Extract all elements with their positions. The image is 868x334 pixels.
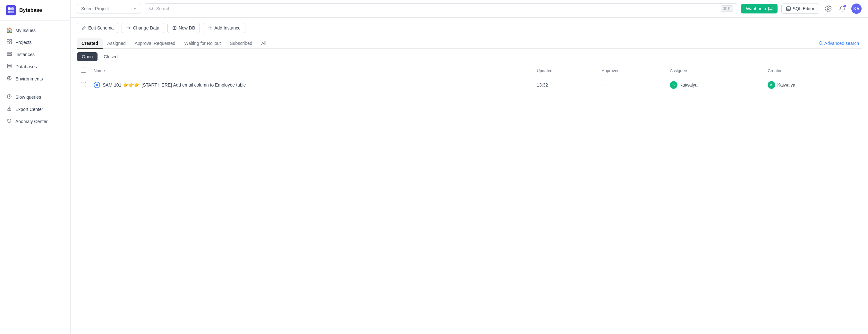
environments-icon bbox=[6, 76, 12, 82]
svg-rect-9 bbox=[7, 54, 11, 55]
issue-creator-cell: K Kaiwalya bbox=[764, 77, 862, 93]
subtab-closed[interactable]: Closed bbox=[99, 52, 123, 61]
header-checkbox-cell bbox=[77, 64, 90, 77]
creator-container: K Kaiwalya bbox=[768, 81, 858, 89]
tab-created-label: Created bbox=[82, 41, 98, 46]
add-instance-label: Add Instance bbox=[214, 25, 241, 30]
advanced-search-label: Advanced search bbox=[825, 41, 859, 46]
want-help-button[interactable]: Want help bbox=[741, 4, 778, 13]
topbar: Select Project Search ⌘ K Want help SQL … bbox=[70, 0, 868, 18]
nav-divider bbox=[6, 88, 64, 88]
databases-icon bbox=[6, 63, 12, 70]
sidebar-item-export-center[interactable]: Export Center bbox=[3, 104, 68, 115]
tab-waiting-for-rollout[interactable]: Waiting for Rollout bbox=[180, 38, 225, 49]
search-placeholder: Search bbox=[156, 6, 170, 11]
tab-approval-requested[interactable]: Approval Requested bbox=[130, 38, 180, 49]
edit-schema-button[interactable]: Edit Schema bbox=[77, 23, 118, 33]
subtab-open-label: Open bbox=[82, 54, 93, 59]
tab-waiting-label: Waiting for Rollout bbox=[184, 41, 221, 46]
issue-status-icon bbox=[94, 82, 100, 88]
edit-schema-icon bbox=[82, 26, 86, 30]
sidebar-item-databases[interactable]: Databases bbox=[3, 61, 68, 72]
tab-assigned-label: Assigned bbox=[107, 41, 126, 46]
svg-rect-7 bbox=[10, 42, 11, 44]
sidebar-item-label: My Issues bbox=[16, 28, 36, 33]
sidebar-item-slow-queries[interactable]: Slow queries bbox=[3, 91, 68, 103]
user-avatar[interactable]: KA bbox=[851, 3, 862, 14]
notifications-button[interactable] bbox=[837, 3, 847, 14]
project-select-label: Select Project bbox=[81, 6, 109, 11]
sidebar: Bytebase 🏠 My Issues Projects Instances … bbox=[0, 0, 70, 334]
project-select[interactable]: Select Project bbox=[77, 4, 141, 13]
chat-icon bbox=[768, 6, 772, 11]
slow-queries-icon bbox=[6, 94, 12, 100]
svg-point-13 bbox=[9, 77, 10, 79]
sidebar-item-label: Slow queries bbox=[16, 95, 41, 100]
edit-schema-label: Edit Schema bbox=[88, 25, 114, 30]
export-icon bbox=[6, 106, 12, 112]
settings-icon-button[interactable] bbox=[823, 3, 833, 14]
search-shortcut: ⌘ K bbox=[721, 5, 733, 12]
issues-table-wrap: Name Updated Approver Assignee Creator bbox=[77, 64, 862, 93]
sidebar-item-projects[interactable]: Projects bbox=[3, 37, 68, 48]
sidebar-item-label: Environments bbox=[16, 76, 43, 81]
header-assignee: Assignee bbox=[666, 64, 764, 77]
sidebar-item-label: Databases bbox=[16, 64, 37, 69]
main-content: Select Project Search ⌘ K Want help SQL … bbox=[70, 0, 868, 334]
issue-emojis: 👉👉👉 bbox=[123, 82, 140, 88]
table-row[interactable]: SAM-101 👉👉👉 [START HERE] Add email colum… bbox=[77, 77, 862, 93]
svg-rect-2 bbox=[8, 10, 10, 13]
sidebar-item-environments[interactable]: Environments bbox=[3, 73, 68, 85]
sidebar-item-label: Export Center bbox=[16, 107, 43, 112]
tab-created[interactable]: Created bbox=[77, 38, 103, 49]
page-content: Edit Schema Change Data New DB Add Insta… bbox=[70, 18, 868, 334]
change-data-label: Change Data bbox=[133, 25, 159, 30]
sidebar-item-my-issues[interactable]: 🏠 My Issues bbox=[3, 25, 68, 36]
svg-rect-10 bbox=[7, 56, 11, 56]
sidebar-item-label: Projects bbox=[16, 40, 32, 45]
sql-editor-button[interactable]: SQL Editor bbox=[781, 3, 819, 14]
terminal-icon bbox=[786, 6, 791, 11]
sidebar-item-instances[interactable]: Instances bbox=[3, 49, 68, 60]
issue-status-dot bbox=[96, 84, 98, 86]
search-bar[interactable]: Search ⌘ K bbox=[145, 3, 737, 14]
tab-all[interactable]: All bbox=[257, 38, 271, 49]
nav-menu: 🏠 My Issues Projects Instances Databases bbox=[0, 21, 70, 334]
tab-subscribed[interactable]: Subscribed bbox=[225, 38, 257, 49]
svg-rect-3 bbox=[11, 10, 14, 13]
sidebar-item-anomaly-center[interactable]: Anomaly Center bbox=[3, 116, 68, 127]
new-db-button[interactable]: New DB bbox=[167, 23, 200, 33]
change-data-button[interactable]: Change Data bbox=[122, 23, 164, 33]
search-icon bbox=[818, 41, 823, 45]
add-instance-button[interactable]: Add Instance bbox=[203, 23, 245, 33]
header-name: Name bbox=[90, 64, 533, 77]
sidebar-item-label: Anomaly Center bbox=[16, 119, 48, 124]
select-all-checkbox[interactable] bbox=[81, 68, 86, 73]
assignee-name: Kaiwalya bbox=[679, 82, 698, 88]
issue-id: SAM-101 bbox=[103, 82, 121, 88]
creator-name: Kaiwalya bbox=[777, 82, 795, 88]
subtab-open[interactable]: Open bbox=[77, 52, 97, 61]
tab-subscribed-label: Subscribed bbox=[230, 41, 252, 46]
tabs-row: Created Assigned Approval Requested Wait… bbox=[77, 38, 862, 49]
tab-assigned[interactable]: Assigned bbox=[103, 38, 130, 49]
svg-rect-18 bbox=[786, 7, 790, 10]
svg-rect-0 bbox=[8, 7, 10, 10]
advanced-search-link[interactable]: Advanced search bbox=[816, 39, 862, 47]
svg-point-11 bbox=[7, 64, 11, 66]
row-checkbox-cell bbox=[77, 77, 90, 93]
change-data-icon bbox=[126, 26, 131, 30]
projects-icon bbox=[6, 39, 12, 45]
want-help-label: Want help bbox=[746, 6, 766, 11]
table-body: SAM-101 👉👉👉 [START HERE] Add email colum… bbox=[77, 77, 862, 93]
home-icon: 🏠 bbox=[6, 27, 12, 33]
issue-updated: 13:32 bbox=[533, 77, 598, 93]
row-checkbox[interactable] bbox=[81, 82, 86, 87]
issue-assignee-cell: K Kaiwalya bbox=[666, 77, 764, 93]
svg-rect-5 bbox=[10, 39, 11, 41]
issue-name-container: SAM-101 👉👉👉 [START HERE] Add email colum… bbox=[94, 82, 529, 88]
issues-table: Name Updated Approver Assignee Creator bbox=[77, 64, 862, 93]
subtab-closed-label: Closed bbox=[103, 54, 118, 59]
tab-approval-label: Approval Requested bbox=[135, 41, 176, 46]
issue-title: [START HERE] Add email column to Employe… bbox=[142, 82, 246, 88]
